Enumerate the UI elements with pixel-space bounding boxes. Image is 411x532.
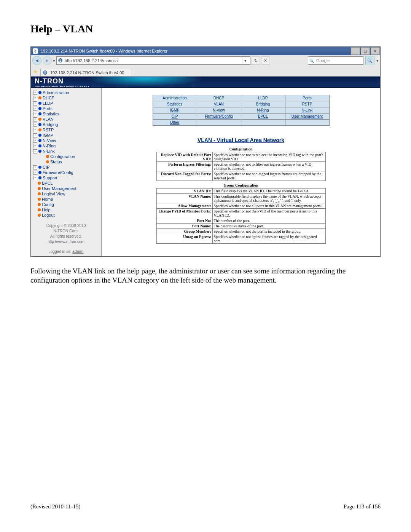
expand-icon[interactable]: + <box>33 107 37 111</box>
tree-item-ports[interactable]: +Ports <box>31 106 101 111</box>
close-button[interactable]: × <box>371 47 380 55</box>
help-link-cell[interactable]: Ports <box>285 95 329 101</box>
search-box[interactable]: 🔍 <box>308 56 363 65</box>
help-link-cell[interactable]: Administration <box>153 95 197 101</box>
expand-icon[interactable]: + <box>33 101 37 105</box>
tree-item-configuration[interactable]: +Configuration <box>31 154 101 159</box>
help-link[interactable]: LLDP <box>258 96 268 100</box>
expand-icon[interactable]: + <box>33 165 37 169</box>
help-link[interactable]: Administration <box>162 96 186 100</box>
tree-item-administration[interactable]: +Administration <box>31 90 101 95</box>
tree-item-bpcl[interactable]: +BPCL <box>31 181 101 186</box>
tree-item-igmp[interactable]: +IGMP <box>31 133 101 138</box>
tree-item-dhcp[interactable]: +DHCP <box>31 95 101 101</box>
tree-item-vlan[interactable]: +VLAN <box>31 117 101 122</box>
expand-icon[interactable]: + <box>33 139 37 143</box>
help-link[interactable]: N-View <box>213 108 225 112</box>
expand-icon[interactable]: - <box>33 149 37 153</box>
search-input[interactable] <box>315 58 351 63</box>
help-link-cell[interactable]: N-Link <box>285 107 329 113</box>
address-bar[interactable]: 🅔 ▾ <box>56 56 250 65</box>
help-link-cell[interactable]: CIP <box>153 113 197 120</box>
tree-item-logical-view[interactable]: +Logical View <box>31 191 101 197</box>
help-link[interactable]: Ports <box>303 96 311 100</box>
tree-item-cip[interactable]: +CIP <box>31 165 101 170</box>
help-link[interactable]: VLAN <box>214 102 224 106</box>
help-link[interactable]: N-Ring <box>257 108 269 112</box>
cfg-key: VLAN Name: <box>156 194 212 203</box>
maximize-button[interactable]: □ <box>361 47 370 55</box>
help-link[interactable]: CIP <box>172 114 178 118</box>
stop-button[interactable]: ✕ <box>261 56 269 65</box>
tree-item-bridging[interactable]: +Bridging <box>31 122 101 127</box>
tree-item-n-ring[interactable]: +N-Ring <box>31 143 101 149</box>
tree-item-firmware-config[interactable]: +Firmware/Config <box>31 170 101 175</box>
expand-icon[interactable]: + <box>33 128 37 132</box>
tree-item-status[interactable]: +Status <box>31 159 101 165</box>
help-link[interactable]: DHCP <box>213 96 224 100</box>
tree-item-help[interactable]: +Help <box>31 207 101 212</box>
tree-label: Config <box>42 202 54 207</box>
favorites-icon[interactable]: ★ <box>33 69 38 75</box>
browser-tab[interactable]: 🅔 192.168.2.214 N-TRON Switch fb:e4:00 <box>40 69 131 76</box>
expand-icon[interactable]: + <box>33 112 37 116</box>
search-dropdown-icon[interactable]: ▾ <box>376 58 379 63</box>
cfg-key: Port Name: <box>156 224 212 229</box>
expand-icon[interactable]: + <box>33 133 37 137</box>
help-link[interactable]: RSTP <box>302 102 312 106</box>
help-link[interactable]: Statistics <box>167 102 182 106</box>
help-link-cell[interactable]: RSTP <box>285 101 329 107</box>
expand-icon: + <box>33 192 37 196</box>
tree-item-user-management[interactable]: +User Management <box>31 186 101 191</box>
help-link-cell[interactable]: User Management <box>285 113 329 120</box>
tree-item-rstp[interactable]: +RSTP <box>31 127 101 133</box>
expand-icon[interactable]: + <box>33 144 37 148</box>
help-link-cell[interactable]: IGMP <box>153 107 197 113</box>
help-link[interactable]: Bridging <box>256 102 270 106</box>
help-link-cell[interactable]: VLAN <box>197 101 241 107</box>
expand-icon[interactable]: + <box>33 176 37 180</box>
cfg-value: The descriptive name of the port. <box>212 224 325 229</box>
expand-icon[interactable]: + <box>33 171 37 175</box>
help-link-cell[interactable]: BPCL <box>241 113 285 120</box>
help-link[interactable]: N-Link <box>302 108 313 112</box>
help-link[interactable]: IGMP <box>170 108 180 112</box>
help-link[interactable]: User Management <box>292 114 323 118</box>
dropdown-icon[interactable]: ▾ <box>53 58 55 63</box>
addr-dropdown-icon[interactable]: ▾ <box>242 57 249 64</box>
tree-item-n-link[interactable]: -N-Link <box>31 149 101 154</box>
tree-item-lldp[interactable]: +LLDP <box>31 101 101 106</box>
help-link-cell[interactable]: Statistics <box>153 101 197 107</box>
refresh-button[interactable]: ↻ <box>252 56 260 65</box>
tree-item-support[interactable]: +Support <box>31 175 101 181</box>
expand-icon[interactable]: + <box>33 91 37 95</box>
expand-icon[interactable]: + <box>33 117 37 121</box>
tree-item-logout[interactable]: +Logout <box>31 212 101 218</box>
minimize-button[interactable]: _ <box>351 47 360 55</box>
cfg-value: Specifies whether or not to filter out i… <box>212 162 325 171</box>
tree-item-statistics[interactable]: +Statistics <box>31 111 101 117</box>
tree-label: Configuration <box>50 154 75 159</box>
expand-icon[interactable]: + <box>33 96 37 100</box>
help-link[interactable]: BPCL <box>258 114 268 118</box>
tree-item-home[interactable]: +Home <box>31 197 101 202</box>
help-link-cell[interactable]: Other <box>153 120 197 126</box>
bullet-icon <box>38 102 41 105</box>
back-button[interactable]: ◄ <box>32 56 41 65</box>
help-link-cell[interactable]: DHCP <box>197 95 241 101</box>
help-link[interactable]: Other <box>170 120 179 125</box>
search-button[interactable]: 🔍 <box>365 56 374 65</box>
help-link-cell[interactable]: Bridging <box>241 101 285 107</box>
corp-url[interactable]: http://www.n-tron.com <box>48 240 84 244</box>
help-link-cell[interactable]: N-View <box>197 107 241 113</box>
bullet-icon <box>38 171 41 174</box>
tree-item-n-view[interactable]: +N-View <box>31 138 101 143</box>
url-input[interactable] <box>64 58 242 63</box>
help-link-cell[interactable]: LLDP <box>241 95 285 101</box>
tree-item-config[interactable]: +Config <box>31 202 101 207</box>
help-link[interactable]: Firmware/Config <box>205 114 233 118</box>
expand-icon[interactable]: + <box>33 123 37 127</box>
help-link-cell[interactable]: N-Ring <box>241 107 285 113</box>
forward-button[interactable]: ► <box>43 56 52 65</box>
help-link-cell[interactable]: Firmware/Config <box>197 113 241 120</box>
